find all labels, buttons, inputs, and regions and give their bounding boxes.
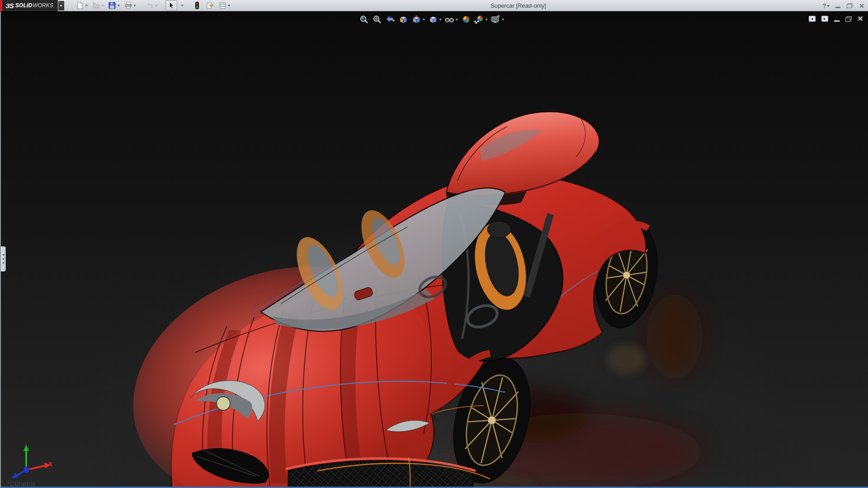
section-view-icon — [398, 14, 408, 24]
dropdown-arrow-icon[interactable]: ▾ — [85, 3, 88, 8]
section-view-button[interactable] — [397, 14, 409, 25]
hide-show-items-button[interactable]: ▾ — [443, 14, 459, 25]
dropdown-arrow-icon[interactable]: ▾ — [102, 3, 104, 8]
pane-left-icon: ◂ — [809, 16, 816, 22]
zoom-to-area-icon — [372, 14, 382, 24]
dropdown-arrow-icon: ▾ — [827, 4, 830, 8]
display-style-button[interactable]: ▾ — [427, 14, 443, 25]
dropdown-arrow-icon[interactable]: ▾ — [155, 3, 157, 8]
document-title: Supercar [Read-only] — [491, 0, 546, 11]
collapse-left-pane-button[interactable]: ◂ — [809, 16, 816, 22]
options-button[interactable]: ▾ — [217, 0, 232, 11]
dropdown-arrow-icon[interactable]: ▾ — [439, 17, 442, 22]
dropdown-arrow-icon[interactable]: ▾ — [228, 3, 230, 8]
new-document-icon — [76, 1, 84, 9]
dropdown-arrow-icon[interactable]: ▾ — [181, 3, 184, 8]
undo-arrow-icon — [146, 1, 154, 9]
brand-works-text: WORKS — [33, 2, 53, 9]
eyeglasses-icon — [444, 14, 454, 24]
open-document-button[interactable]: ▾ — [90, 0, 106, 11]
close-button[interactable]: ✕ — [859, 2, 864, 9]
help-icon: ? — [822, 2, 826, 9]
save-button[interactable]: ▾ — [106, 0, 122, 11]
restore-icon — [847, 3, 853, 8]
view-orientation-icon — [411, 14, 421, 24]
doc-close-button[interactable]: ✕ — [858, 14, 863, 23]
collapse-arrow-icon: ◂ — [2, 261, 4, 265]
zoom-to-fit-button[interactable] — [358, 14, 370, 25]
close-icon: ✕ — [859, 2, 864, 9]
solidworks-logo: ЗS SOLIDWORKS — [0, 0, 58, 11]
apply-scene-button[interactable]: ▾ — [473, 14, 489, 25]
open-folder-icon — [92, 1, 100, 9]
select-cursor-icon — [167, 1, 175, 9]
new-document-button[interactable]: ▾ — [74, 0, 90, 11]
quick-access-toolbar: ▾ ▾ ▾ — [74, 0, 232, 11]
traffic-light-icon — [193, 1, 201, 9]
window-controls: ? ▾ ✕ — [822, 0, 864, 11]
dropdown-arrow-icon[interactable]: ▾ — [456, 17, 458, 22]
zoom-to-fit-icon — [359, 14, 369, 24]
save-floppy-icon — [108, 1, 116, 9]
dropdown-arrow-icon[interactable]: ▾ — [502, 17, 504, 22]
file-properties-icon — [206, 1, 214, 9]
options-list-icon — [218, 1, 226, 9]
dropdown-arrow-icon[interactable]: ▾ — [423, 17, 425, 22]
rebuild-button[interactable] — [191, 0, 203, 11]
supercar-model — [1, 12, 868, 488]
collapse-arrow-icon: ◂ — [2, 253, 4, 257]
file-properties-button[interactable] — [204, 0, 216, 11]
appearance-ball-icon — [461, 14, 471, 24]
view-settings-button[interactable]: ▾ — [490, 14, 505, 25]
undo-button[interactable]: ▾ — [144, 0, 159, 11]
print-button[interactable]: ▾ — [123, 0, 138, 11]
pane-right-icon: ▸ — [821, 16, 828, 22]
dropdown-arrow-icon[interactable]: ▾ — [486, 17, 488, 22]
orientation-triad — [6, 443, 53, 481]
collapse-right-pane-button[interactable]: ▸ — [821, 16, 828, 22]
flyout-arrow-icon: ▸ — [60, 3, 62, 8]
previous-view-icon — [385, 14, 395, 24]
display-style-icon — [428, 14, 438, 24]
doc-restore-button[interactable] — [845, 16, 852, 22]
view-orientation-button[interactable]: ▾ — [410, 14, 426, 25]
brand-solid-text: SOLID — [15, 2, 33, 9]
collapse-arrow-icon: ◂ — [2, 257, 4, 261]
zoom-to-area-button[interactable] — [371, 14, 383, 25]
minimize-icon — [835, 7, 840, 8]
brand-3ds-icon: ЗS — [5, 2, 14, 9]
solidworks-window: ЗS SOLIDWORKS ▸ ▾ ▾ — [0, 0, 868, 488]
dropdown-arrow-icon[interactable]: ▾ — [134, 3, 136, 8]
restore-button[interactable] — [847, 3, 853, 8]
title-bar: ЗS SOLIDWORKS ▸ ▾ ▾ — [0, 0, 868, 11]
document-window-controls: ◂ ▸ ✕ — [809, 14, 863, 23]
close-icon: ✕ — [858, 14, 863, 23]
minimize-button[interactable] — [835, 3, 840, 8]
minimize-icon — [834, 20, 840, 22]
featuremanager-splitter-tab[interactable]: ◂ ◂ ◂ — [1, 246, 6, 272]
apply-scene-icon — [474, 14, 484, 24]
restore-icon — [845, 16, 852, 22]
edit-appearance-button[interactable] — [460, 14, 472, 25]
help-button[interactable]: ? ▾ — [822, 2, 829, 9]
previous-view-button[interactable] — [384, 14, 396, 25]
dropdown-arrow-icon[interactable]: ▾ — [118, 3, 120, 8]
select-button[interactable] — [165, 0, 177, 11]
doc-minimize-button[interactable] — [834, 16, 840, 22]
headsup-view-toolbar: ▾ ▾ ▾ — [358, 14, 505, 25]
printer-icon — [124, 1, 132, 9]
graphics-area[interactable]: ▾ ▾ ▾ — [0, 12, 868, 488]
select-dropdown-button[interactable]: ▾ — [178, 0, 185, 11]
view-settings-icon — [491, 14, 500, 24]
menu-flyout-button[interactable]: ▸ — [58, 1, 64, 10]
